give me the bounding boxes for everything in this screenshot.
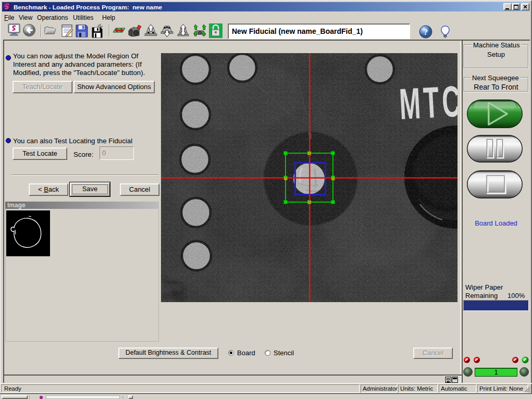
svg-text:?: ?	[424, 28, 428, 36]
